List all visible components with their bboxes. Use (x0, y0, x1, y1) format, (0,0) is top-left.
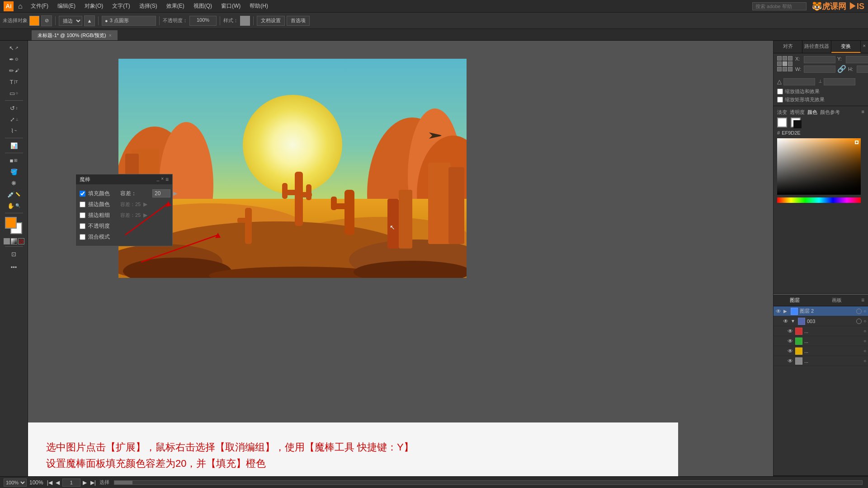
transform-tools[interactable]: ⤢ ⟂ (3, 114, 25, 125)
layer-row-gray[interactable]: 👁 ... ○ (774, 356, 868, 366)
layer-003-eye-icon[interactable]: 👁 (783, 318, 789, 324)
pencil-tools[interactable]: ✏ 🖌 (3, 65, 25, 76)
panel-menu-btn[interactable]: ≡ (165, 176, 169, 183)
w-input[interactable] (804, 66, 835, 73)
color-ref-tab[interactable]: 颜色参考 (820, 109, 840, 116)
panel-close-btn[interactable]: × (161, 176, 164, 183)
layer-003-expand-icon[interactable]: ▼ (791, 319, 796, 324)
eyedropper-tool[interactable]: 💉 📏 (3, 189, 25, 200)
h-input[interactable] (857, 66, 868, 73)
hue-bar[interactable] (777, 197, 861, 203)
color-menu-btn[interactable]: ≡ (862, 109, 864, 116)
layer-red-eye-icon[interactable]: 👁 (787, 328, 793, 334)
layer-row-2[interactable]: 👁 ▶ 图层 2 ○ (774, 306, 868, 316)
next-page-btn[interactable]: ▶ (81, 479, 89, 486)
menu-text[interactable]: 文字(T) (108, 1, 133, 11)
tab-align[interactable]: 对齐 (774, 41, 802, 53)
menu-edit[interactable]: 编辑(E) (54, 1, 79, 11)
fill-color-box[interactable] (29, 16, 39, 26)
tab-pathfinder[interactable]: 路径查找器 (802, 41, 831, 53)
menu-help[interactable]: 帮助(H) (246, 1, 272, 11)
search-input[interactable] (752, 2, 807, 10)
pen-tools[interactable]: ✒ ⊙ (3, 54, 25, 65)
color-picker-handle[interactable] (855, 141, 859, 144)
type-tool[interactable]: T |T (3, 76, 25, 87)
symbol-tools[interactable]: ❋ (3, 178, 25, 188)
angle-input[interactable] (783, 78, 815, 85)
stroke-color-checkbox[interactable] (80, 202, 85, 207)
shade-tab[interactable]: 淡变 (777, 109, 787, 116)
rp-close-btn[interactable]: × (861, 41, 868, 53)
last-page-btn[interactable]: ▶| (90, 479, 97, 486)
shape-tools[interactable]: ▭ ○ (3, 88, 25, 99)
stroke-width-arrow[interactable]: ▶ (143, 212, 147, 218)
rotate-tools[interactable]: ↺ ↕ (3, 103, 25, 113)
horizontal-scrollbar[interactable] (114, 480, 863, 485)
style-color-box[interactable] (240, 16, 250, 26)
y-input[interactable] (846, 56, 868, 63)
menu-view[interactable]: 视图(Q) (190, 1, 216, 11)
menu-effect[interactable]: 效果(E) (163, 1, 188, 11)
color-tab[interactable]: 颜色 (807, 109, 817, 116)
stroke-width-checkbox[interactable] (80, 212, 85, 218)
layers-menu-btn[interactable]: ≡ (858, 295, 868, 306)
panel-minimize-btn[interactable]: _ (157, 176, 160, 183)
layer-2-eye-icon[interactable]: 👁 (775, 308, 782, 314)
tab-close-btn[interactable]: × (109, 33, 112, 38)
artboard-tool[interactable]: ⊡ (3, 249, 25, 259)
layer-2-expand-icon[interactable]: ▶ (783, 309, 789, 314)
layers-tab[interactable]: 图层 (774, 295, 816, 306)
page-input[interactable] (62, 479, 80, 487)
scale-strokes-cb[interactable] (777, 89, 783, 94)
view-tools[interactable]: ■ ⊞ (3, 155, 25, 166)
layer-green-eye-icon[interactable]: 👁 (787, 338, 793, 344)
brush-up-btn[interactable]: ▲ (84, 15, 95, 26)
transparency-tab[interactable]: 透明度 (790, 109, 805, 116)
tolerance-input[interactable] (152, 189, 170, 197)
blend-mode-checkbox[interactable] (80, 234, 85, 240)
bg-swatch[interactable] (791, 117, 801, 127)
tolerance-arrow[interactable]: ▶ (173, 190, 177, 197)
prev-page-btn[interactable]: ◀ (54, 479, 61, 486)
menu-file[interactable]: 文件(F) (27, 1, 52, 11)
scrollbar-thumb[interactable] (114, 481, 132, 484)
menu-object[interactable]: 对象(O) (81, 1, 107, 11)
menu-select[interactable]: 选择(S) (136, 1, 161, 11)
ref-grid[interactable] (777, 56, 793, 71)
home-icon[interactable]: ⌂ (18, 2, 23, 10)
stroke-options-btn[interactable]: ⊘ (41, 15, 52, 26)
brush-size-input[interactable]: ● 3 点圆形 (102, 16, 156, 26)
zoom-select[interactable]: 100% (4, 479, 27, 487)
artboard-tab[interactable]: 画板 (816, 295, 858, 306)
x-input[interactable] (804, 56, 835, 63)
document-tab[interactable]: 未标题-1* @ 100% (RGB/预览) × (32, 30, 118, 40)
opacity-checkbox[interactable] (80, 223, 85, 229)
stroke-arrow[interactable]: ▶ (143, 201, 147, 207)
gradient-swatch[interactable] (11, 238, 17, 244)
opacity-input[interactable]: 100% (189, 16, 217, 26)
layer-row-green[interactable]: 👁 ... ○ (774, 336, 868, 346)
distort-tools[interactable]: ⌇ ~ (3, 125, 25, 136)
layer-row-yellow[interactable]: 👁 ... ○ (774, 346, 868, 356)
layer-row-003[interactable]: 👁 ▼ 003 ○ (774, 316, 868, 326)
none-swatch[interactable]: ⊘ (18, 238, 24, 244)
shear-input[interactable] (824, 78, 855, 85)
fg-swatch[interactable] (777, 117, 787, 127)
paint-tools[interactable]: 🪣 (3, 166, 25, 177)
more-tools[interactable]: ••• (3, 262, 25, 272)
preferences-btn[interactable]: 首选项 (287, 16, 310, 26)
fill-color-checkbox[interactable] (80, 191, 85, 197)
first-page-btn[interactable]: |◀ (46, 479, 53, 486)
color-icon[interactable] (4, 238, 10, 244)
color-picker-gradient[interactable] (777, 138, 861, 195)
layer-row-red[interactable]: 👁 ... ○ (774, 326, 868, 336)
layer-gray-eye-icon[interactable]: 👁 (787, 358, 793, 364)
menu-window[interactable]: 窗口(W) (217, 1, 244, 11)
doc-setup-btn[interactable]: 文档设置 (257, 16, 285, 26)
graph-tools[interactable]: 📊 (3, 140, 25, 151)
hand-zoom-tools[interactable]: ✋ 🔍 (3, 200, 25, 211)
scale-corners-cb[interactable] (777, 97, 783, 103)
foreground-color[interactable] (5, 217, 17, 229)
brush-type-select[interactable]: 描边 (59, 16, 82, 26)
layer-yellow-eye-icon[interactable]: 👁 (787, 348, 793, 354)
